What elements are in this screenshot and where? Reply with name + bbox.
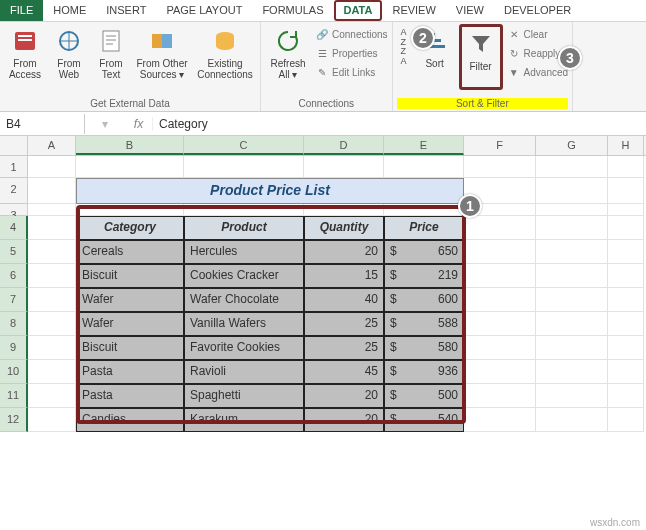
- cell-price[interactable]: $588: [384, 312, 464, 336]
- cell[interactable]: [608, 408, 644, 432]
- cell[interactable]: [608, 264, 644, 288]
- rowhead-10[interactable]: 10: [0, 360, 28, 384]
- connections-button[interactable]: 🔗Connections: [315, 26, 388, 43]
- rowhead-12[interactable]: 12: [0, 408, 28, 432]
- from-text-button[interactable]: From Text: [92, 24, 130, 90]
- cell[interactable]: [28, 204, 76, 216]
- sort-asc-button[interactable]: AZ: [397, 28, 411, 45]
- cell[interactable]: [464, 288, 536, 312]
- cell[interactable]: [608, 336, 644, 360]
- cell-category[interactable]: Wafer: [76, 288, 184, 312]
- cell-product[interactable]: Wafer Chocolate: [184, 288, 304, 312]
- rowhead-1[interactable]: 1: [0, 156, 28, 178]
- title-cell[interactable]: Product Price List: [76, 178, 464, 204]
- cell[interactable]: [464, 156, 536, 178]
- cell[interactable]: [28, 178, 76, 204]
- sort-desc-button[interactable]: ZA: [397, 47, 411, 64]
- cell-product[interactable]: Spaghetti: [184, 384, 304, 408]
- cell-category[interactable]: Pasta: [76, 384, 184, 408]
- cell-product[interactable]: Karakum: [184, 408, 304, 432]
- cell[interactable]: [536, 288, 608, 312]
- cell[interactable]: [464, 408, 536, 432]
- cell[interactable]: [28, 288, 76, 312]
- rowhead-4[interactable]: 4: [0, 216, 28, 240]
- tab-insert[interactable]: INSERT: [96, 0, 156, 21]
- rowhead-9[interactable]: 9: [0, 336, 28, 360]
- cell[interactable]: [28, 312, 76, 336]
- tab-data[interactable]: DATA: [334, 0, 383, 21]
- cell[interactable]: [28, 408, 76, 432]
- cell[interactable]: [608, 360, 644, 384]
- cell[interactable]: [608, 204, 644, 216]
- cell[interactable]: [184, 156, 304, 178]
- cell[interactable]: [536, 216, 608, 240]
- cell[interactable]: [536, 408, 608, 432]
- cell[interactable]: [76, 204, 184, 216]
- tab-review[interactable]: REVIEW: [382, 0, 445, 21]
- tab-formulas[interactable]: FORMULAS: [252, 0, 333, 21]
- cell[interactable]: [28, 240, 76, 264]
- cell-product[interactable]: Vanilla Wafers: [184, 312, 304, 336]
- fx-button[interactable]: fx: [125, 117, 153, 131]
- cell[interactable]: [536, 384, 608, 408]
- cell-price[interactable]: $540: [384, 408, 464, 432]
- cell-product[interactable]: Ravioli: [184, 360, 304, 384]
- colhead-f[interactable]: F: [464, 136, 536, 155]
- cell[interactable]: [76, 156, 184, 178]
- colhead-e[interactable]: E: [384, 136, 464, 155]
- cell-qty[interactable]: 45: [304, 360, 384, 384]
- cell[interactable]: [464, 264, 536, 288]
- cell[interactable]: [536, 240, 608, 264]
- name-box[interactable]: B4: [0, 114, 85, 134]
- cell[interactable]: [304, 204, 384, 216]
- rowhead-3[interactable]: 3: [0, 204, 28, 216]
- filter-button[interactable]: Filter: [459, 24, 503, 90]
- colhead-d[interactable]: D: [304, 136, 384, 155]
- cell-product[interactable]: Favorite Cookies: [184, 336, 304, 360]
- colhead-b[interactable]: B: [76, 136, 184, 155]
- cell[interactable]: [536, 204, 608, 216]
- cell-price[interactable]: $600: [384, 288, 464, 312]
- cell[interactable]: [464, 384, 536, 408]
- header-category[interactable]: Category: [76, 216, 184, 240]
- formula-input[interactable]: Category: [153, 114, 646, 134]
- rowhead-5[interactable]: 5: [0, 240, 28, 264]
- colhead-h[interactable]: H: [608, 136, 644, 155]
- existing-connections-button[interactable]: Existing Connections: [194, 24, 256, 90]
- cell[interactable]: [464, 360, 536, 384]
- cell[interactable]: [536, 360, 608, 384]
- cell-category[interactable]: Cereals: [76, 240, 184, 264]
- cell-price[interactable]: $650: [384, 240, 464, 264]
- cell-product[interactable]: Hercules: [184, 240, 304, 264]
- cell-qty[interactable]: 40: [304, 288, 384, 312]
- cell-category[interactable]: Biscuit: [76, 264, 184, 288]
- cell[interactable]: [28, 156, 76, 178]
- cell[interactable]: [536, 264, 608, 288]
- from-web-button[interactable]: From Web: [50, 24, 88, 90]
- refresh-all-button[interactable]: Refresh All ▾: [265, 24, 311, 90]
- rowhead-7[interactable]: 7: [0, 288, 28, 312]
- cell[interactable]: [28, 360, 76, 384]
- cell-qty[interactable]: 15: [304, 264, 384, 288]
- colhead-a[interactable]: A: [28, 136, 76, 155]
- rowhead-6[interactable]: 6: [0, 264, 28, 288]
- cell[interactable]: [464, 240, 536, 264]
- cell[interactable]: [384, 156, 464, 178]
- cell[interactable]: [464, 216, 536, 240]
- cell[interactable]: [608, 384, 644, 408]
- cell[interactable]: [536, 178, 608, 204]
- tab-page-layout[interactable]: PAGE LAYOUT: [156, 0, 252, 21]
- cell-qty[interactable]: 20: [304, 240, 384, 264]
- rowhead-2[interactable]: 2: [0, 178, 28, 204]
- cell-price[interactable]: $580: [384, 336, 464, 360]
- cell[interactable]: [536, 336, 608, 360]
- cell-category[interactable]: Biscuit: [76, 336, 184, 360]
- clear-button[interactable]: ✕Clear: [507, 26, 568, 43]
- cell[interactable]: [608, 288, 644, 312]
- cell-price[interactable]: $500: [384, 384, 464, 408]
- cell[interactable]: [608, 156, 644, 178]
- tab-home[interactable]: HOME: [43, 0, 96, 21]
- cell-qty[interactable]: 20: [304, 384, 384, 408]
- cell[interactable]: [608, 312, 644, 336]
- cell-price[interactable]: $936: [384, 360, 464, 384]
